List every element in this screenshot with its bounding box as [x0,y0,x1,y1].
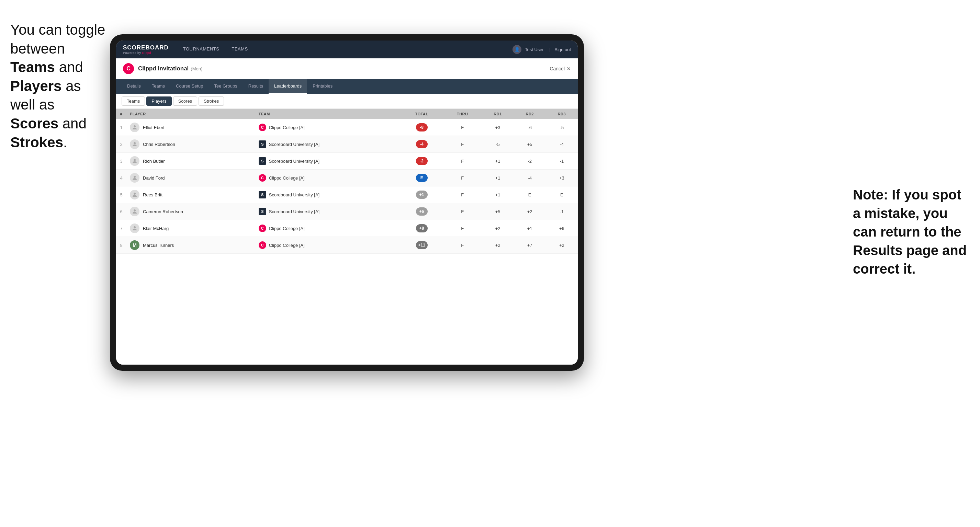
player-cell: MMarcus Turners [126,237,255,254]
rd3-value: -5 [546,119,578,136]
tournament-header: C Clippd Invitational (Men) Cancel ✕ [116,58,578,79]
score-total: E [400,170,443,186]
tournament-name: Clippd Invitational [138,65,189,72]
col-total: TOTAL [400,109,443,119]
thru-value: F [443,186,482,203]
player-cell: David Ford [126,170,255,186]
rd2-value: -6 [514,119,546,136]
rd1-value: +1 [482,186,514,203]
tab-leaderboards[interactable]: Leaderboards [269,79,307,94]
row-num: 8 [116,237,126,254]
row-num: 2 [116,136,126,153]
team-name: Scoreboard University [A] [269,142,320,147]
player-cell: Chris Robertson [126,136,255,153]
score-badge: E [416,174,428,182]
rd2-value: +5 [514,136,546,153]
player-name: David Ford [143,175,165,181]
col-rd2: RD2 [514,109,546,119]
player-avatar: M [130,240,140,250]
svg-point-3 [134,159,136,161]
nav-user: 👤 Test User | Sign out [512,45,571,54]
score-badge: -8 [416,123,428,132]
sign-out-link[interactable]: Sign out [554,47,571,52]
col-rd3: RD3 [546,109,578,119]
rd2-value: +2 [514,203,546,220]
filter-strokes[interactable]: Strokes [199,97,224,106]
right-annotation: Note: If you spot a mistake, you can ret… [853,186,970,278]
team-logo: C [259,174,266,182]
table-row: 3Rich ButlerSScoreboard University [A]-2… [116,153,578,170]
player-avatar [130,207,140,216]
tab-details[interactable]: Details [122,79,146,94]
rd1-value: +1 [482,153,514,170]
thru-value: F [443,203,482,220]
team-logo: S [259,191,266,198]
tab-results[interactable]: Results [243,79,269,94]
row-num: 6 [116,203,126,220]
team-cell: SScoreboard University [A] [255,153,401,170]
player-cell: Elliot Ebert [126,119,255,136]
table-row: 2Chris RobertsonSScoreboard University [… [116,136,578,153]
rd3-value: E [546,186,578,203]
player-avatar [130,156,140,166]
app-logo: SCOREBOARD Powered by clippd [123,44,169,55]
nav-teams[interactable]: TEAMS [225,41,254,58]
team-logo: S [259,140,266,148]
rd3-value: +3 [546,170,578,186]
table-row: 8MMarcus TurnersCClippd College [A]+11F+… [116,237,578,254]
top-nav: SCOREBOARD Powered by clippd TOURNAMENTS… [116,41,578,58]
tab-course-setup[interactable]: Course Setup [170,79,209,94]
player-name: Cameron Robertson [143,209,183,214]
svg-point-1 [134,125,136,127]
tab-printables[interactable]: Printables [307,79,338,94]
player-avatar [130,173,140,183]
table-row: 5Rees BrittSScoreboard University [A]+1F… [116,186,578,203]
player-cell: Cameron Robertson [126,203,255,220]
score-badge: +1 [416,190,428,199]
nav-tournaments[interactable]: TOURNAMENTS [177,41,226,58]
rd2-value: E [514,186,546,203]
logo-sub: Powered by clippd [123,51,169,55]
rd3-value: -1 [546,203,578,220]
col-num: # [116,109,126,119]
row-num: 3 [116,153,126,170]
rd2-value: +1 [514,220,546,237]
score-total: +8 [400,220,443,237]
leaderboard-table-container: # PLAYER TEAM TOTAL THRU RD1 RD2 RD3 1El… [116,109,578,365]
cancel-label: Cancel [550,66,565,71]
leaderboard-table: # PLAYER TEAM TOTAL THRU RD1 RD2 RD3 1El… [116,109,578,254]
team-logo: C [259,225,266,232]
table-row: 1Elliot EbertCClippd College [A]-8F+3-6-… [116,119,578,136]
table-row: 7Blair McHargCClippd College [A]+8F+2+1+… [116,220,578,237]
rd2-value: +7 [514,237,546,254]
col-player: PLAYER [126,109,255,119]
tab-teams[interactable]: Teams [146,79,170,94]
col-rd1: RD1 [482,109,514,119]
filter-players[interactable]: Players [146,97,172,106]
svg-point-7 [134,226,136,228]
cancel-button[interactable]: Cancel ✕ [550,66,571,71]
close-icon: ✕ [567,66,571,71]
player-avatar [130,140,140,149]
player-cell: Blair McHarg [126,220,255,237]
player-avatar [130,190,140,200]
team-name: Scoreboard University [A] [269,192,320,197]
thru-value: F [443,237,482,254]
team-cell: CClippd College [A] [255,237,401,254]
pipe: | [549,47,550,52]
filter-scores[interactable]: Scores [173,97,197,106]
filter-teams[interactable]: Teams [122,97,145,106]
score-badge: -4 [416,140,428,148]
player-name: Rich Butler [143,159,165,164]
team-cell: SScoreboard University [A] [255,186,401,203]
thru-value: F [443,153,482,170]
svg-point-6 [134,210,136,211]
player-name: Chris Robertson [143,142,175,147]
user-avatar-icon: 👤 [512,45,522,54]
team-logo: C [259,241,266,249]
tab-tee-groups[interactable]: Tee Groups [209,79,243,94]
score-total: +11 [400,237,443,254]
nav-links: TOURNAMENTS TEAMS [177,41,254,58]
rd1-value: +1 [482,170,514,186]
col-thru: THRU [443,109,482,119]
